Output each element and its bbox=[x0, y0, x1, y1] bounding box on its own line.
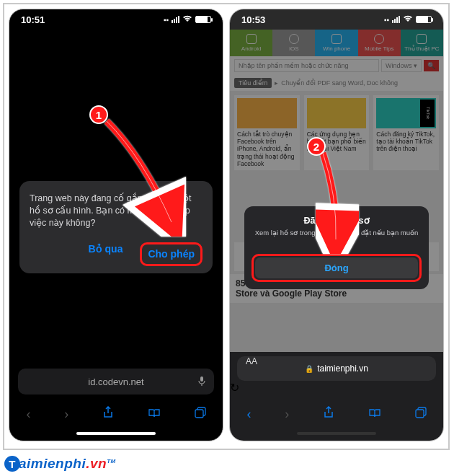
close-button[interactable]: Đóng bbox=[255, 257, 418, 278]
address-bar[interactable]: id.codevn.net bbox=[18, 369, 214, 395]
share-icon[interactable] bbox=[102, 406, 114, 423]
recording-indicator: ▪▪ bbox=[384, 16, 389, 24]
status-bar: 10:53 ▪▪ bbox=[230, 9, 443, 30]
recording-indicator: ▪▪ bbox=[164, 16, 169, 24]
safari-bottom: id.codevn.net ‹ › bbox=[9, 369, 223, 441]
arrow-1 bbox=[99, 114, 186, 239]
bookmarks-icon[interactable] bbox=[368, 407, 381, 422]
safari-toolbar: ‹ › bbox=[230, 399, 443, 429]
forward-icon[interactable]: › bbox=[285, 407, 289, 422]
svg-rect-2 bbox=[195, 410, 203, 418]
back-icon[interactable]: ‹ bbox=[26, 407, 30, 422]
svg-rect-4 bbox=[416, 410, 424, 418]
tabs-icon[interactable] bbox=[195, 407, 206, 422]
clock: 10:51 bbox=[21, 14, 45, 25]
url-text: taimienphi.vn bbox=[317, 363, 368, 374]
tabs-icon[interactable] bbox=[415, 407, 427, 422]
arrow-2 bbox=[316, 146, 359, 257]
back-icon[interactable]: ‹ bbox=[246, 407, 251, 422]
url-text: id.codevn.net bbox=[88, 376, 143, 387]
share-icon[interactable] bbox=[323, 406, 334, 423]
tutorial-frame: 10:51 ▪▪ Trang web này đang cố gắng tải … bbox=[3, 3, 450, 450]
svg-rect-0 bbox=[200, 376, 203, 382]
bookmarks-icon[interactable] bbox=[148, 407, 161, 422]
address-bar[interactable]: 🔒 taimienphi.vn bbox=[237, 356, 436, 381]
cellular-icon bbox=[172, 16, 179, 23]
skip-button[interactable]: Bỏ qua bbox=[89, 242, 123, 266]
home-indicator bbox=[297, 432, 376, 435]
step-badge-1: 1 bbox=[89, 105, 108, 124]
clock: 10:53 bbox=[241, 14, 265, 25]
status-icons: ▪▪ bbox=[164, 14, 211, 25]
lock-icon: 🔒 bbox=[305, 365, 313, 373]
watermark-logo: T bbox=[4, 456, 20, 472]
reload-icon[interactable]: ↻ bbox=[230, 382, 239, 394]
safari-toolbar: ‹ › bbox=[9, 399, 223, 429]
wifi-icon bbox=[182, 14, 192, 25]
battery-icon bbox=[416, 16, 432, 23]
status-bar: 10:51 ▪▪ bbox=[9, 9, 223, 30]
wifi-icon bbox=[403, 14, 413, 25]
battery-icon bbox=[195, 16, 211, 23]
watermark: Taimienphi.vnTM bbox=[4, 456, 116, 472]
step-badge-2: 2 bbox=[307, 137, 326, 156]
forward-icon[interactable]: › bbox=[64, 407, 68, 422]
safari-bottom: AA 🔒 taimienphi.vn ↻ ‹ › bbox=[230, 352, 443, 441]
close-highlight: Đóng bbox=[252, 254, 422, 282]
cellular-icon bbox=[392, 16, 400, 23]
allow-button[interactable]: Cho phép bbox=[140, 242, 202, 266]
mic-icon[interactable] bbox=[198, 376, 205, 388]
status-icons: ▪▪ bbox=[384, 14, 432, 25]
text-size-button[interactable]: AA bbox=[246, 356, 257, 366]
home-indicator bbox=[76, 432, 156, 435]
